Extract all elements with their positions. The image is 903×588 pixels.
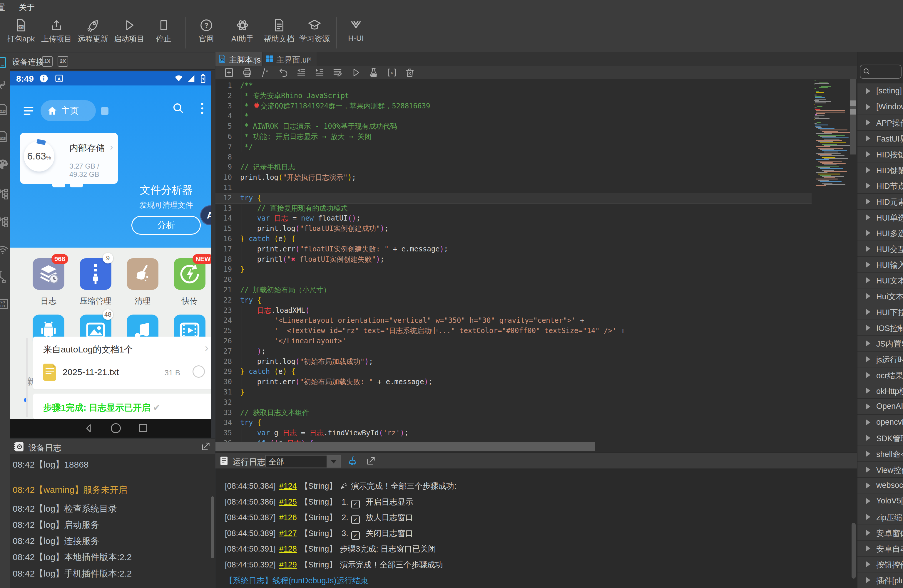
- collapse-arrow-icon[interactable]: [866, 561, 870, 568]
- zoom-2x-button[interactable]: 2X: [58, 56, 68, 67]
- test-flask-icon[interactable]: [368, 67, 379, 78]
- log-index-link[interactable]: #124: [279, 482, 297, 491]
- zoom-1x-button[interactable]: 1X: [42, 56, 53, 67]
- collapse-arrow-icon[interactable]: [866, 262, 870, 268]
- analyze-button[interactable]: 分析: [131, 216, 201, 235]
- collapse-arrow-icon[interactable]: [866, 119, 870, 126]
- collapse-arrow-icon[interactable]: [866, 545, 870, 552]
- tab-main-ui[interactable]: 主界面.ui ×: [263, 52, 316, 66]
- collapse-arrow-icon[interactable]: [866, 419, 870, 426]
- sidebar-item-按钮控件[interactable]: 按钮控件: [857, 557, 903, 572]
- collapse-arrow-icon[interactable]: [866, 88, 870, 94]
- collapse-arrow-icon[interactable]: [866, 167, 870, 173]
- expand-icon[interactable]: [201, 441, 211, 452]
- sidebar-item-HID元素[interactable]: HID元素: [857, 194, 903, 209]
- wifi-icon[interactable]: [0, 244, 9, 256]
- more-menu-icon[interactable]: [200, 102, 204, 115]
- sidebar-item-View控件[interactable]: View控件: [857, 462, 903, 477]
- collapse-arrow-icon[interactable]: [866, 482, 870, 489]
- toolbar-button-打包apk[interactable]: APK打包apk: [3, 17, 38, 44]
- collapse-arrow-icon[interactable]: [866, 103, 870, 110]
- collapse-arrow-icon[interactable]: [866, 151, 870, 157]
- horizontal-scrollbar[interactable]: [216, 442, 595, 451]
- sidebar-item-shell命令[interactable]: shell命令: [857, 446, 903, 461]
- phone-mirror[interactable]: 8:49 A 主页 文件分析器 发现可清理文件 分析 A 内部存储 › 3.27…: [10, 71, 211, 437]
- toolbar-button-AI助手[interactable]: AI助手: [225, 17, 260, 44]
- sidebar-item-opencvM[interactable]: opencvM: [857, 415, 903, 430]
- collapse-arrow-icon[interactable]: [866, 230, 870, 236]
- collapse-arrow-icon[interactable]: [866, 309, 870, 315]
- sidebar-item-[seting][interactable]: [seting]: [857, 83, 903, 99]
- collapse-arrow-icon[interactable]: [866, 498, 870, 504]
- search-icon[interactable]: [172, 102, 184, 114]
- indent-icon[interactable]: [314, 67, 325, 78]
- toolbar-button-H-UI[interactable]: H-UI: [338, 17, 374, 43]
- collapse-arrow-icon[interactable]: [866, 214, 870, 221]
- sidebar-item-HUI交互[interactable]: HUI交互: [857, 241, 903, 256]
- trash-icon[interactable]: [404, 67, 415, 78]
- collapse-arrow-icon[interactable]: [866, 403, 870, 410]
- run-log-scrollbar[interactable]: [851, 523, 856, 579]
- sidebar-item-HUI输入[interactable]: HUI输入: [857, 257, 903, 272]
- code-editor[interactable]: JS 主脚本.js × 主界面.ui × *x 1234567891011121…: [216, 52, 857, 452]
- sidebar-item-SDK管理[interactable]: SDK管理: [857, 430, 903, 445]
- sidebar-item-OpenAI[interactable]: OpenAI: [857, 399, 903, 414]
- sidebar-item-Hui文本[interactable]: Hui文本: [857, 289, 903, 304]
- sidebar-item-HUI文本[interactable]: HUI文本: [857, 273, 903, 288]
- sidebar-item-HUI多选[interactable]: HUI多选: [857, 225, 903, 240]
- apk-file-icon[interactable]: APK: [0, 103, 9, 116]
- log-index-link[interactable]: #126: [279, 513, 297, 522]
- collapse-arrow-icon[interactable]: [866, 530, 870, 536]
- code-area[interactable]: 1234567891011121314151617181920212223242…: [216, 79, 857, 452]
- link-icon[interactable]: [0, 79, 9, 91]
- minimap[interactable]: [813, 79, 849, 452]
- toolbar-button-启动项目[interactable]: 启动项目: [112, 17, 147, 44]
- collapse-arrow-icon[interactable]: [866, 246, 870, 252]
- log-index-link[interactable]: #127: [279, 529, 297, 538]
- sidebar-item-HUI下拉[interactable]: HUI下拉: [857, 304, 903, 320]
- toolbar-button-停止[interactable]: 停止: [146, 17, 181, 44]
- collapse-arrow-icon[interactable]: [866, 356, 870, 362]
- sidebar-item-安卓窗体[interactable]: 安卓窗体: [857, 525, 903, 540]
- sidebar-item-websock[interactable]: websock: [857, 478, 903, 493]
- sidebar-item-APP操作[interactable]: APP操作: [857, 115, 903, 130]
- home-tab-pill[interactable]: 主页: [41, 100, 96, 121]
- sidebar-item-js运行时[interactable]: js运行时: [857, 351, 903, 367]
- comment-block-icon[interactable]: *: [260, 67, 271, 78]
- collapse-arrow-icon[interactable]: [866, 450, 870, 457]
- format-code-icon[interactable]: [332, 67, 343, 78]
- device-log-scrollbar[interactable]: [211, 496, 214, 558]
- collapse-arrow-icon[interactable]: [866, 198, 870, 205]
- collapse-arrow-icon[interactable]: [866, 514, 870, 520]
- collapse-arrow-icon[interactable]: [866, 277, 870, 284]
- run-log-panel[interactable]: [08:44:50.384]#124【String】演示完成！全部三个步骤成功:…: [216, 469, 857, 588]
- sidebar-item-[Window[interactable]: [Window: [857, 99, 903, 114]
- collapse-arrow-icon[interactable]: [866, 387, 870, 394]
- sidebar-search-input[interactable]: [860, 64, 901, 79]
- close-icon[interactable]: ×: [307, 55, 311, 63]
- sidebar-item-zip压缩[interactable]: zip压缩: [857, 509, 903, 525]
- print-icon[interactable]: [242, 67, 253, 78]
- palette-icon[interactable]: [0, 158, 9, 170]
- sidebar-item-JS内置St[interactable]: JS内置St: [857, 336, 903, 351]
- vertical-scrollbar[interactable]: [850, 79, 856, 155]
- outdent-icon[interactable]: [296, 67, 307, 78]
- usb-cable-icon[interactable]: [0, 271, 9, 283]
- node-tree-icon[interactable]: [0, 188, 9, 200]
- log-index-link[interactable]: #125: [279, 497, 297, 506]
- collapse-arrow-icon[interactable]: [866, 293, 870, 299]
- sidebar-item-HUI单选[interactable]: HUI单选: [857, 210, 903, 225]
- toolbar-button-官网[interactable]: ?官网: [189, 17, 224, 44]
- node-tree-icon[interactable]: [0, 216, 9, 228]
- tab-main-script[interactable]: JS 主脚本.js ×: [216, 52, 262, 66]
- sidebar-item-HID键鼠[interactable]: HID键鼠: [857, 162, 903, 178]
- log-index-link[interactable]: #128: [279, 544, 297, 554]
- toolbar-button-上传项目[interactable]: 上传项目: [39, 17, 74, 44]
- run-icon[interactable]: [350, 67, 361, 78]
- var-x-icon[interactable]: x: [387, 67, 397, 78]
- sidebar-item-ocr结果[interactable]: ocr结果: [857, 367, 903, 383]
- nav-home-icon[interactable]: [111, 423, 121, 433]
- collapse-arrow-icon[interactable]: [866, 340, 870, 347]
- app-icon-清理[interactable]: [127, 258, 159, 290]
- phone-icon[interactable]: [0, 56, 9, 69]
